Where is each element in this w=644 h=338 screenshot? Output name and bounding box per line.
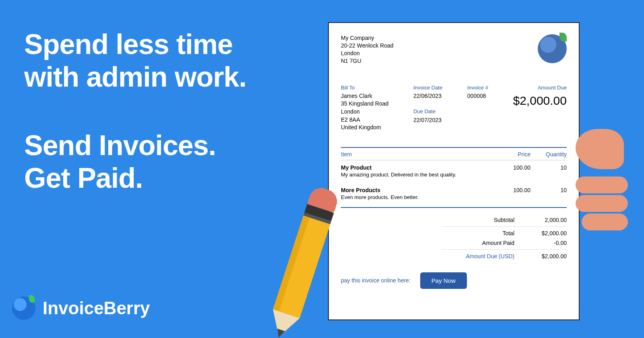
amount-due-label: Amount Due xyxy=(513,84,567,91)
brand-block: InvoiceBerry xyxy=(12,297,150,320)
amount-due-usd-label: Amount Due (USD) xyxy=(450,253,514,259)
amount-due-value: $2,000.00 xyxy=(513,92,567,109)
col-item-label: Item xyxy=(341,151,494,158)
item-desc: My amazing product. Delivered in the bes… xyxy=(341,172,567,178)
bill-to-city: London xyxy=(341,108,388,116)
bill-to-label: Bill To xyxy=(341,84,388,91)
due-date-value: 22/07/2023 xyxy=(413,116,442,124)
invoice-logo-icon xyxy=(538,34,567,63)
bill-to-country: United Kingdom xyxy=(341,124,388,132)
item-row: More Products 100.00 10 Even more produc… xyxy=(341,182,567,205)
headline-line-1: Spend less time xyxy=(24,28,246,61)
item-row: My Product 100.00 10 My amazing product.… xyxy=(341,160,567,182)
hero-copy: Spend less time with admin work. Send In… xyxy=(24,28,246,194)
item-name: My Product xyxy=(341,164,494,171)
subtotal-label: Subtotal xyxy=(450,217,514,223)
dates-block: Invoice Date 22/06/2023 Due Date 22/07/2… xyxy=(413,84,442,132)
item-price: 100.00 xyxy=(494,187,530,193)
invoiceberry-logo-icon xyxy=(12,297,35,320)
headline-line-3: Send Invoices. xyxy=(24,129,246,162)
invoice-no-block: Invoice # 000008 xyxy=(467,84,488,132)
amount-paid-label: Amount Paid xyxy=(450,240,514,246)
pay-now-button[interactable]: Pay Now xyxy=(420,272,467,289)
amount-due-block: Amount Due $2,000.00 xyxy=(513,84,567,132)
col-price-label: Price xyxy=(494,151,530,158)
bill-to-addr: 35 Kingsland Road xyxy=(341,100,388,108)
brand-name: InvoiceBerry xyxy=(43,298,150,318)
invoice-date-value: 22/06/2023 xyxy=(413,92,442,100)
pay-online-text: pay this invoice online here: xyxy=(341,277,411,284)
total-label: Total xyxy=(450,230,514,236)
company-addr: 20-22 Wenlock Road xyxy=(341,42,393,50)
company-city: London xyxy=(341,50,393,57)
totals-block: Subtotal 2,000.00 Total $2,000.00 Amount… xyxy=(341,215,567,261)
invoice-date-label: Invoice Date xyxy=(413,84,442,91)
invoice-card: My Company 20-22 Wenlock Road London N1 … xyxy=(328,22,580,320)
company-name: My Company xyxy=(341,34,393,42)
bill-to-post: E2 8AA xyxy=(341,116,388,124)
bill-to-block: Bill To James Clark 35 Kingsland Road Lo… xyxy=(341,84,388,132)
item-desc: Even more products. Even better. xyxy=(341,194,567,200)
company-address: My Company 20-22 Wenlock Road London N1 … xyxy=(341,34,393,65)
headline-line-2: with admin work. xyxy=(24,61,246,93)
invoice-no-label: Invoice # xyxy=(467,84,488,91)
items-table: Item Price Quantity My Product 100.00 10… xyxy=(341,147,567,208)
hand-icon xyxy=(551,153,624,246)
company-post: N1 7GU xyxy=(341,57,393,65)
due-date-label: Due Date xyxy=(413,108,442,115)
invoice-no-value: 000008 xyxy=(467,92,488,100)
amount-due-usd-value: $2,000.00 xyxy=(514,253,567,259)
item-name: More Products xyxy=(341,187,494,193)
item-price: 100.00 xyxy=(494,164,530,171)
bill-to-name: James Clark xyxy=(341,92,388,100)
headline-line-4: Get Paid. xyxy=(24,162,246,195)
